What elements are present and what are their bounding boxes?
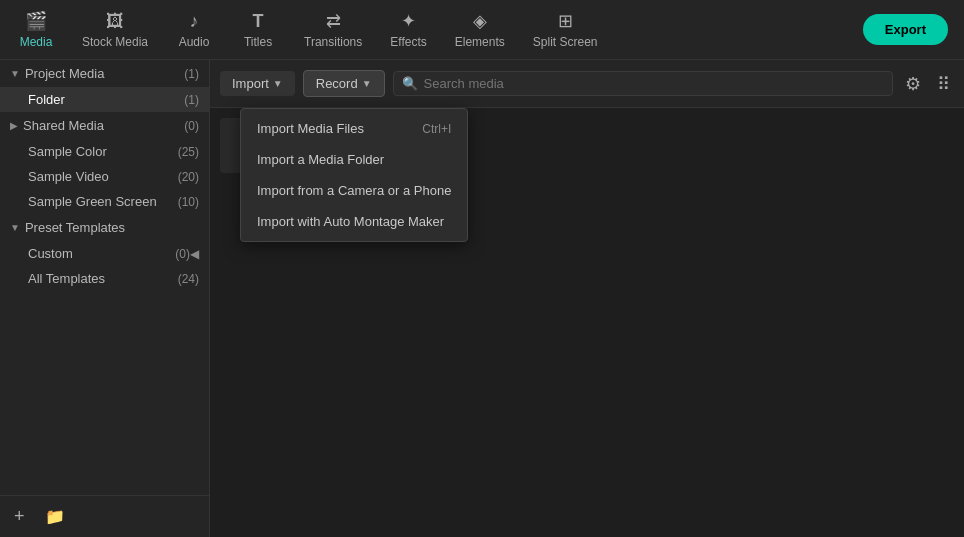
search-input[interactable] [424,76,884,91]
sample-green-screen-count: (10) [178,195,199,209]
audio-label: Audio [179,35,210,49]
record-button[interactable]: Record ▼ [303,70,385,97]
sample-color-label: Sample Color [28,144,107,159]
sample-green-screen-label: Sample Green Screen [28,194,157,209]
toolbar-item-effects[interactable]: ✦ Effects [376,4,440,55]
toolbar-item-transitions[interactable]: ⇄ Transitions [290,4,376,55]
sample-video-label: Sample Video [28,169,109,184]
import-dropdown: Import Media Files Ctrl+I Import a Media… [240,108,468,242]
preset-templates-label: Preset Templates [25,220,125,235]
effects-icon: ✦ [401,10,416,32]
toolbar-item-elements[interactable]: ◈ Elements [441,4,519,55]
export-button[interactable]: Export [863,14,948,45]
toolbar-item-titles[interactable]: T Titles [226,5,290,55]
top-toolbar: 🎬 Media 🖼 Stock Media ♪ Audio T Titles ⇄… [0,0,964,60]
sidebar-item-sample-video[interactable]: Sample Video (20) [0,164,209,189]
grid-view-button[interactable]: ⠿ [933,69,954,99]
dropdown-item-import-media-files[interactable]: Import Media Files Ctrl+I [241,113,467,144]
custom-label: Custom [28,246,73,261]
folder-label: Folder [28,92,65,107]
shared-media-label: Shared Media [23,118,104,133]
toolbar-item-audio[interactable]: ♪ Audio [162,5,226,55]
new-folder-button[interactable]: 📁 [41,502,69,531]
sidebar: ▼ Project Media (1) Folder (1) ▶ Shared … [0,60,210,537]
import-camera-label: Import from a Camera or a Phone [257,183,451,198]
transitions-icon: ⇄ [326,10,341,32]
import-button[interactable]: Import ▼ [220,71,295,96]
shared-media-count: (0) [184,119,199,133]
elements-icon: ◈ [473,10,487,32]
import-media-folder-label: Import a Media Folder [257,152,384,167]
dropdown-item-import-auto-montage[interactable]: Import with Auto Montage Maker [241,206,467,237]
dropdown-item-import-camera[interactable]: Import from a Camera or a Phone [241,175,467,206]
toolbar-item-media[interactable]: 🎬 Media [4,4,68,55]
import-label: Import [232,76,269,91]
sidebar-item-custom[interactable]: Custom (0) ◀ [0,241,209,266]
import-arrow-icon: ▼ [273,78,283,89]
sidebar-section-preset-templates[interactable]: ▼ Preset Templates [0,214,209,241]
search-icon: 🔍 [402,76,418,91]
chevron-right-icon: ▶ [10,120,18,131]
sidebar-item-all-templates[interactable]: All Templates (24) [0,266,209,291]
sidebar-item-folder[interactable]: Folder (1) [0,87,209,112]
record-arrow-icon: ▼ [362,78,372,89]
all-templates-label: All Templates [28,271,105,286]
search-bar: 🔍 [393,71,893,96]
import-media-files-shortcut: Ctrl+I [422,122,451,136]
custom-arrow-icon: ◀ [190,247,199,261]
preset-templates-chevron-icon: ▼ [10,222,20,233]
sidebar-section-project-media[interactable]: ▼ Project Media (1) [0,60,209,87]
stock-media-label: Stock Media [82,35,148,49]
content-toolbar: Import ▼ Record ▼ 🔍 ⚙ ⠿ [210,60,964,108]
sidebar-item-sample-green-screen[interactable]: Sample Green Screen (10) [0,189,209,214]
audio-icon: ♪ [190,11,199,32]
elements-label: Elements [455,35,505,49]
project-media-count: (1) [184,67,199,81]
chevron-down-icon: ▼ [10,68,20,79]
sidebar-section-shared-media[interactable]: ▶ Shared Media (0) [0,112,209,139]
effects-label: Effects [390,35,426,49]
record-label: Record [316,76,358,91]
sidebar-footer: + 📁 [0,495,209,537]
filter-button[interactable]: ⚙ [901,69,925,99]
toolbar-item-stock-media[interactable]: 🖼 Stock Media [68,5,162,55]
main-layout: ▼ Project Media (1) Folder (1) ▶ Shared … [0,60,964,537]
custom-count: (0) [175,247,190,261]
all-templates-count: (24) [178,272,199,286]
split-screen-icon: ⊞ [558,10,573,32]
import-media-files-label: Import Media Files [257,121,364,136]
add-media-button[interactable]: + [10,502,29,531]
sample-video-count: (20) [178,170,199,184]
folder-count: (1) [184,93,199,107]
media-icon: 🎬 [25,10,47,32]
sample-color-count: (25) [178,145,199,159]
transitions-label: Transitions [304,35,362,49]
sidebar-item-sample-color[interactable]: Sample Color (25) [0,139,209,164]
dropdown-item-import-media-folder[interactable]: Import a Media Folder [241,144,467,175]
import-auto-montage-label: Import with Auto Montage Maker [257,214,444,229]
stock-media-icon: 🖼 [106,11,124,32]
media-label: Media [20,35,53,49]
project-media-label: Project Media [25,66,104,81]
split-screen-label: Split Screen [533,35,598,49]
titles-label: Titles [244,35,272,49]
toolbar-item-split-screen[interactable]: ⊞ Split Screen [519,4,612,55]
titles-icon: T [253,11,264,32]
